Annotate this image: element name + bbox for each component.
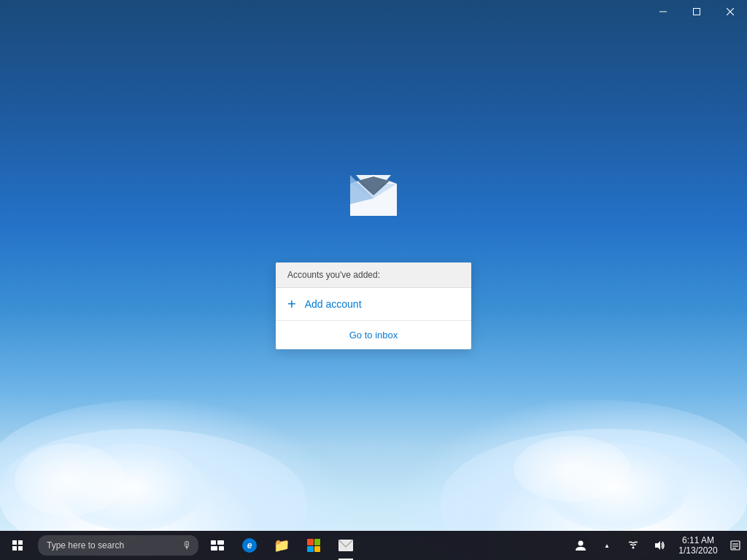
svg-rect-12 <box>219 546 224 551</box>
taskview-button[interactable] <box>201 531 233 560</box>
account-card: Accounts you've added: + Add account Go … <box>276 262 471 349</box>
maximize-button[interactable] <box>680 0 713 23</box>
cloud-right <box>0 146 292 292</box>
search-bar[interactable]: Type here to search 🎙 <box>38 535 198 556</box>
svg-marker-16 <box>655 541 660 550</box>
network-icon[interactable] <box>620 531 646 560</box>
svg-rect-10 <box>217 540 224 545</box>
action-center-button[interactable] <box>724 531 747 560</box>
file-explorer-taskbar-icon[interactable]: 📁 <box>266 531 298 560</box>
svg-rect-9 <box>211 540 216 545</box>
mail-icon-taskbar <box>338 540 353 551</box>
time-display: 6:11 AM <box>682 535 714 545</box>
add-account-button[interactable]: + Add account <box>276 288 471 321</box>
store-taskbar-icon[interactable] <box>298 531 330 560</box>
folder-icon: 📁 <box>274 537 290 553</box>
chevron-up-icon: ▲ <box>604 542 610 549</box>
mail-app-icon <box>350 175 397 219</box>
people-icon[interactable] <box>568 531 594 560</box>
edge-logo: e <box>242 538 257 553</box>
show-hidden-icons-button[interactable]: ▲ <box>594 531 620 560</box>
svg-point-15 <box>632 547 635 549</box>
go-to-inbox-button[interactable]: Go to inbox <box>276 321 471 349</box>
go-to-inbox-label: Go to inbox <box>349 330 398 341</box>
svg-point-14 <box>578 541 584 546</box>
add-account-label: Add account <box>305 298 362 310</box>
date-display: 1/13/2020 <box>678 545 717 556</box>
card-header-text: Accounts you've added: <box>287 270 380 280</box>
store-icon <box>307 539 320 552</box>
titlebar <box>0 0 747 23</box>
svg-rect-0 <box>659 12 667 12</box>
plus-icon: + <box>287 297 296 311</box>
card-header: Accounts you've added: <box>276 262 471 288</box>
volume-icon[interactable] <box>646 531 673 560</box>
edge-taskbar-icon[interactable]: e <box>233 531 266 560</box>
search-placeholder-text: Type here to search <box>47 540 182 551</box>
taskbar: Type here to search 🎙 e 📁 <box>0 531 747 560</box>
clock-area[interactable]: 6:11 AM 1/13/2020 <box>673 531 724 560</box>
svg-rect-11 <box>211 546 217 551</box>
mail-taskbar-icon[interactable] <box>330 531 362 560</box>
desktop: Accounts you've added: + Add account Go … <box>0 0 747 560</box>
windows-logo-icon <box>12 540 23 551</box>
microphone-icon[interactable]: 🎙 <box>182 540 193 551</box>
minimize-button[interactable] <box>646 0 680 23</box>
taskbar-right: ▲ <box>568 531 747 560</box>
start-button[interactable] <box>0 531 35 560</box>
close-button[interactable] <box>713 0 747 23</box>
svg-rect-1 <box>694 9 700 15</box>
